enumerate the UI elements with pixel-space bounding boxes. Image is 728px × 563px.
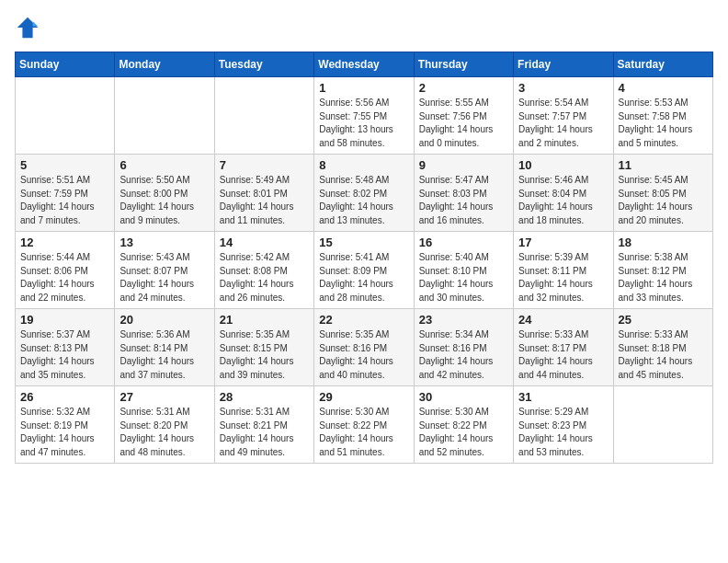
day-info: Sunrise: 5:48 AMSunset: 8:02 PMDaylight:… [319,174,408,227]
calendar-week-row: 5Sunrise: 5:51 AMSunset: 7:59 PMDaylight… [16,155,713,232]
day-info: Sunrise: 5:56 AMSunset: 7:55 PMDaylight:… [319,97,408,150]
day-info: Sunrise: 5:36 AMSunset: 8:14 PMDaylight:… [119,328,209,382]
calendar-cell: 19Sunrise: 5:37 AMSunset: 8:13 PMDayligh… [16,309,115,386]
logo [15,15,44,40]
day-info: Sunrise: 5:46 AMSunset: 8:04 PMDaylight:… [518,174,608,227]
calendar-cell: 22Sunrise: 5:35 AMSunset: 8:16 PMDayligh… [314,309,414,386]
calendar-cell [613,386,712,464]
day-number: 12 [20,236,109,249]
day-info: Sunrise: 5:53 AMSunset: 7:58 PMDaylight:… [619,97,708,150]
day-info: Sunrise: 5:45 AMSunset: 8:05 PMDaylight:… [619,174,708,227]
day-number: 6 [119,158,209,172]
calendar-cell: 27Sunrise: 5:31 AMSunset: 8:20 PMDayligh… [115,386,214,464]
calendar-cell: 4Sunrise: 5:53 AMSunset: 7:58 PMDaylight… [613,77,712,155]
svg-marker-0 [17,17,38,38]
day-info: Sunrise: 5:37 AMSunset: 8:13 PMDaylight:… [20,328,109,382]
day-number: 2 [419,81,508,95]
day-number: 21 [220,313,309,327]
day-number: 1 [319,81,408,95]
day-number: 18 [619,236,708,249]
day-info: Sunrise: 5:43 AMSunset: 8:07 PMDaylight:… [119,251,209,304]
day-number: 13 [119,236,209,249]
col-header-friday: Friday [514,52,613,77]
calendar-cell [115,77,214,155]
calendar-cell: 17Sunrise: 5:39 AMSunset: 8:11 PMDayligh… [514,232,613,309]
day-info: Sunrise: 5:35 AMSunset: 8:15 PMDaylight:… [220,328,309,382]
day-number: 24 [518,313,608,327]
calendar-cell [16,77,115,155]
col-header-tuesday: Tuesday [214,52,313,77]
day-number: 4 [619,81,708,95]
day-number: 16 [419,236,508,249]
col-header-wednesday: Wednesday [314,52,414,77]
calendar-cell: 6Sunrise: 5:50 AMSunset: 8:00 PMDaylight… [115,155,214,232]
day-info: Sunrise: 5:40 AMSunset: 8:10 PMDaylight:… [419,251,508,304]
day-info: Sunrise: 5:29 AMSunset: 8:23 PMDaylight:… [518,406,608,459]
day-info: Sunrise: 5:55 AMSunset: 7:56 PMDaylight:… [419,97,508,150]
day-info: Sunrise: 5:31 AMSunset: 8:20 PMDaylight:… [119,406,209,459]
svg-marker-1 [33,21,39,27]
calendar-cell: 5Sunrise: 5:51 AMSunset: 7:59 PMDaylight… [16,155,115,232]
day-info: Sunrise: 5:54 AMSunset: 7:57 PMDaylight:… [518,97,608,150]
calendar-cell [214,77,313,155]
calendar-cell: 13Sunrise: 5:43 AMSunset: 8:07 PMDayligh… [115,232,214,309]
calendar-cell: 23Sunrise: 5:34 AMSunset: 8:16 PMDayligh… [414,309,513,386]
day-number: 27 [119,390,209,404]
calendar-cell: 24Sunrise: 5:33 AMSunset: 8:17 PMDayligh… [514,309,613,386]
calendar-cell: 12Sunrise: 5:44 AMSunset: 8:06 PMDayligh… [16,232,115,309]
calendar-week-row: 12Sunrise: 5:44 AMSunset: 8:06 PMDayligh… [16,232,713,309]
calendar-cell: 21Sunrise: 5:35 AMSunset: 8:15 PMDayligh… [214,309,313,386]
day-number: 25 [619,313,708,327]
page-header [15,15,713,40]
calendar-week-row: 1Sunrise: 5:56 AMSunset: 7:55 PMDaylight… [16,77,713,155]
calendar-cell: 30Sunrise: 5:30 AMSunset: 8:22 PMDayligh… [414,386,513,464]
day-number: 20 [119,313,209,327]
calendar-cell: 26Sunrise: 5:32 AMSunset: 8:19 PMDayligh… [16,386,115,464]
calendar-cell: 16Sunrise: 5:40 AMSunset: 8:10 PMDayligh… [414,232,513,309]
day-info: Sunrise: 5:32 AMSunset: 8:19 PMDaylight:… [20,406,109,459]
day-info: Sunrise: 5:34 AMSunset: 8:16 PMDaylight:… [419,328,508,382]
day-info: Sunrise: 5:30 AMSunset: 8:22 PMDaylight:… [319,406,408,459]
day-number: 17 [518,236,608,249]
calendar-cell: 14Sunrise: 5:42 AMSunset: 8:08 PMDayligh… [214,232,313,309]
calendar-cell: 15Sunrise: 5:41 AMSunset: 8:09 PMDayligh… [314,232,414,309]
calendar-cell: 3Sunrise: 5:54 AMSunset: 7:57 PMDaylight… [514,77,613,155]
day-number: 23 [419,313,508,327]
day-number: 29 [319,390,408,404]
day-info: Sunrise: 5:35 AMSunset: 8:16 PMDaylight:… [319,328,408,382]
day-info: Sunrise: 5:41 AMSunset: 8:09 PMDaylight:… [319,251,408,304]
day-number: 22 [319,313,408,327]
day-info: Sunrise: 5:33 AMSunset: 8:18 PMDaylight:… [619,328,708,382]
day-number: 8 [319,158,408,172]
logo-icon [15,15,40,40]
day-info: Sunrise: 5:47 AMSunset: 8:03 PMDaylight:… [419,174,508,227]
calendar-cell: 10Sunrise: 5:46 AMSunset: 8:04 PMDayligh… [514,155,613,232]
col-header-monday: Monday [115,52,214,77]
col-header-sunday: Sunday [16,52,115,77]
day-number: 10 [518,158,608,172]
day-number: 3 [518,81,608,95]
day-number: 14 [220,236,309,249]
calendar-cell: 8Sunrise: 5:48 AMSunset: 8:02 PMDaylight… [314,155,414,232]
day-info: Sunrise: 5:31 AMSunset: 8:21 PMDaylight:… [220,406,309,459]
day-number: 7 [220,158,309,172]
day-info: Sunrise: 5:39 AMSunset: 8:11 PMDaylight:… [518,251,608,304]
day-info: Sunrise: 5:51 AMSunset: 7:59 PMDaylight:… [20,174,109,227]
day-number: 5 [20,158,109,172]
day-number: 19 [20,313,109,327]
calendar-cell: 28Sunrise: 5:31 AMSunset: 8:21 PMDayligh… [214,386,313,464]
calendar-cell: 31Sunrise: 5:29 AMSunset: 8:23 PMDayligh… [514,386,613,464]
calendar-cell: 18Sunrise: 5:38 AMSunset: 8:12 PMDayligh… [613,232,712,309]
day-info: Sunrise: 5:33 AMSunset: 8:17 PMDaylight:… [518,328,608,382]
day-number: 9 [419,158,508,172]
calendar-cell: 2Sunrise: 5:55 AMSunset: 7:56 PMDaylight… [414,77,513,155]
day-info: Sunrise: 5:30 AMSunset: 8:22 PMDaylight:… [419,406,508,459]
day-info: Sunrise: 5:42 AMSunset: 8:08 PMDaylight:… [220,251,309,304]
day-number: 28 [220,390,309,404]
col-header-saturday: Saturday [613,52,712,77]
day-number: 15 [319,236,408,249]
calendar-cell: 25Sunrise: 5:33 AMSunset: 8:18 PMDayligh… [613,309,712,386]
calendar-header-row: SundayMondayTuesdayWednesdayThursdayFrid… [16,52,713,77]
calendar-cell: 11Sunrise: 5:45 AMSunset: 8:05 PMDayligh… [613,155,712,232]
calendar-cell: 9Sunrise: 5:47 AMSunset: 8:03 PMDaylight… [414,155,513,232]
